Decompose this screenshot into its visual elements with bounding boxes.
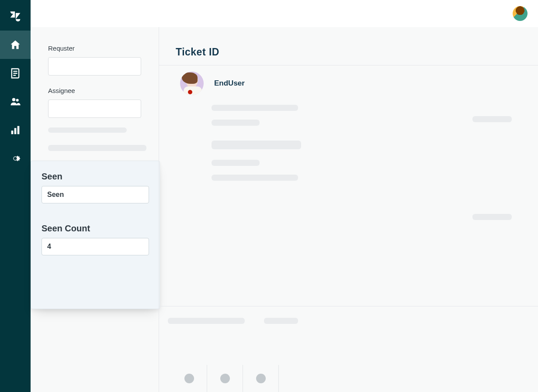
tab-dot-icon	[184, 374, 194, 383]
seen-count-value: 4	[47, 243, 51, 251]
footer-divider	[159, 306, 538, 306]
placeholder-bar	[212, 175, 298, 181]
tab-dot-icon	[256, 374, 266, 383]
ticket-main: Ticket ID EndUser	[159, 27, 538, 392]
message-block-1	[159, 105, 538, 126]
placeholder-bar	[168, 318, 245, 324]
bottom-tab[interactable]	[171, 365, 207, 392]
seen-count-field[interactable]: 4	[42, 238, 149, 255]
nav-rail	[0, 0, 31, 392]
footer-placeholders	[168, 318, 298, 324]
svg-rect-5	[11, 131, 14, 134]
zendesk-logo-icon	[9, 9, 21, 21]
placeholder-bar	[212, 105, 298, 111]
bottom-tab-strip	[159, 365, 538, 392]
placeholder-bar	[472, 116, 512, 122]
requester-input[interactable]	[48, 57, 141, 76]
customers-icon	[9, 96, 21, 108]
nav-reports[interactable]	[0, 116, 31, 144]
tab-dot-icon	[220, 374, 230, 383]
enduser-avatar[interactable]	[180, 72, 204, 95]
enduser-row: EndUser	[159, 65, 538, 95]
nav-views[interactable]	[0, 59, 31, 87]
seen-label: Seen	[42, 172, 149, 182]
topbar	[31, 0, 538, 27]
placeholder-bar	[212, 120, 260, 126]
seen-count-label: Seen Count	[42, 224, 149, 234]
svg-point-8	[14, 157, 17, 160]
svg-rect-7	[17, 126, 20, 134]
svg-rect-1	[13, 72, 17, 73]
bottom-tab[interactable]	[243, 365, 279, 392]
gear-icon	[9, 152, 21, 165]
views-icon	[9, 67, 21, 79]
bar-chart-icon	[9, 124, 21, 136]
bottom-tab[interactable]	[207, 365, 243, 392]
seen-card: Seen Seen Seen Count 4	[31, 161, 160, 309]
svg-rect-6	[14, 128, 17, 134]
requester-group: Requster	[31, 27, 159, 76]
svg-point-4	[16, 99, 19, 101]
ticket-title: Ticket ID	[159, 27, 538, 65]
seen-value-field[interactable]: Seen	[42, 186, 149, 203]
enduser-name: EndUser	[214, 79, 245, 88]
message-block-2	[159, 141, 538, 181]
zendesk-logo	[0, 0, 31, 31]
nav-admin[interactable]	[0, 144, 31, 172]
svg-rect-0	[13, 71, 17, 72]
seen-value: Seen	[47, 191, 64, 199]
placeholder-bar	[472, 214, 512, 220]
placeholder-bar	[48, 127, 127, 133]
nav-home[interactable]	[0, 31, 31, 59]
ticket-left-panel: Requster Assignee Seen Seen Seen Count 4	[31, 27, 159, 392]
assignee-label: Assignee	[48, 87, 141, 94]
assignee-input[interactable]	[48, 100, 141, 118]
placeholder-bar	[212, 141, 301, 149]
svg-point-3	[12, 98, 15, 101]
requester-label: Requster	[48, 45, 141, 52]
agent-avatar[interactable]	[513, 6, 528, 21]
nav-customers[interactable]	[0, 87, 31, 116]
placeholder-bar	[212, 160, 260, 166]
content-area: Requster Assignee Seen Seen Seen Count 4…	[31, 27, 538, 392]
placeholder-bar	[264, 318, 298, 324]
svg-rect-2	[13, 75, 16, 76]
assignee-group: Assignee	[31, 76, 159, 118]
placeholder-bar	[48, 145, 146, 151]
home-icon	[9, 39, 21, 51]
